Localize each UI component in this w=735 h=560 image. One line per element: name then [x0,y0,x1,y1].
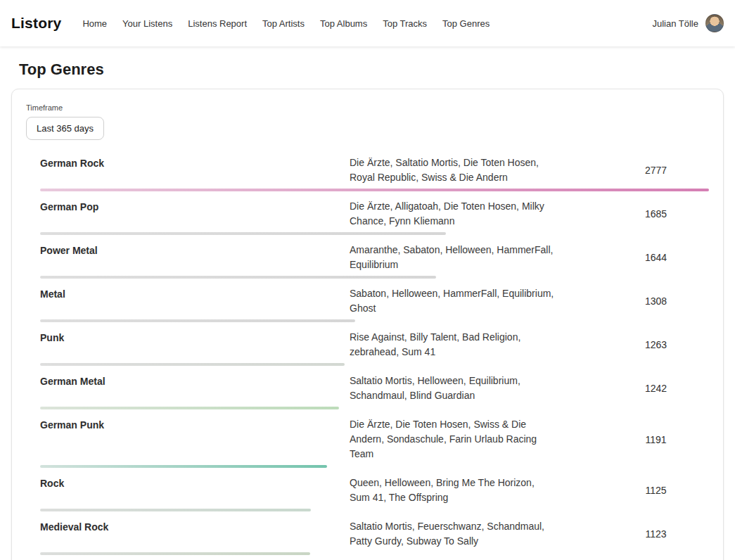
main-nav: Home Your Listens Listens Report Top Art… [82,18,652,29]
genre-count: 1685 [603,208,709,219]
nav-item-top-albums[interactable]: Top Albums [320,18,367,29]
genre-name: Power Metal [40,243,350,257]
genre-artists: Queen, Helloween, Bring Me The Horizon, … [350,476,557,505]
genre-progress-bar [40,232,446,235]
genre-row[interactable]: German Punk Die Ärzte, Die Toten Hosen, … [40,413,709,471]
genre-name: German Pop [40,199,350,214]
genre-progress-bar [40,407,339,409]
genre-progress-bar [40,363,345,366]
nav-item-top-tracks[interactable]: Top Tracks [383,18,427,29]
genre-name: German Rock [40,155,350,170]
genre-row[interactable]: German Rock Die Ärzte, Saltatio Mortis, … [40,151,709,195]
genre-name: German Metal [40,374,350,388]
genre-progress-bar [40,509,311,511]
genre-count: 1125 [603,485,709,496]
genre-row[interactable]: Metal Sabaton, Helloween, HammerFall, Eq… [40,282,709,326]
genre-rows: German Rock Die Ärzte, Saltatio Mortis, … [40,151,709,560]
page-title: Top Genres [19,61,716,79]
top-navigation: Listory Home Your Listens Listens Report… [0,0,735,46]
main-content: Top Genres Timeframe Last 365 days Germa… [0,61,735,560]
nav-item-listens-report[interactable]: Listens Report [188,18,247,29]
genre-row[interactable]: German Metal Saltatio Mortis, Helloween,… [40,369,709,413]
timeframe-label: Timeframe [26,103,709,112]
genre-progress-bar [40,276,436,279]
genre-count: 1242 [603,383,709,394]
genre-progress-bar [40,465,327,468]
genre-name: Rock [40,476,350,490]
genre-artists: Die Ärzte, Alligatoah, Die Toten Hosen, … [350,199,557,229]
nav-item-home[interactable]: Home [82,18,107,29]
genre-progress-bar [40,552,310,555]
genre-progress-bar [40,189,709,191]
genre-count: 1308 [603,295,709,307]
genre-artists: Rise Against, Billy Talent, Bad Religion… [350,330,557,359]
nav-item-top-artists[interactable]: Top Artists [262,18,305,29]
genre-artists: Sabaton, Helloween, HammerFall, Equilibr… [350,286,557,316]
genre-count: 1123 [603,528,709,540]
genre-artists: Saltatio Mortis, Helloween, Equilibrium,… [350,374,557,403]
genre-row[interactable]: Punk Rise Against, Billy Talent, Bad Rel… [40,326,709,369]
timeframe-select[interactable]: Last 365 days [26,117,104,140]
top-genres-card: Timeframe Last 365 days German Rock Die … [11,89,724,560]
user-name[interactable]: Julian Tölle [652,18,698,29]
genre-artists: Die Ärzte, Saltatio Mortis, Die Toten Ho… [350,155,557,185]
genre-count: 2777 [603,165,709,176]
genre-name: Medieval Rock [40,519,350,534]
genre-table: German Rock Die Ärzte, Saltatio Mortis, … [40,151,709,560]
genre-artists: Die Ärzte, Die Toten Hosen, Swiss & Die … [350,417,557,462]
genre-artists: Saltatio Mortis, Feuerschwanz, Schandmau… [350,519,557,549]
genre-name: Metal [40,286,350,301]
genre-count: 1191 [603,434,709,445]
user-menu[interactable]: Julian Tölle [652,14,724,32]
app-logo[interactable]: Listory [11,15,61,32]
genre-count: 1644 [603,252,709,263]
genre-name: Punk [40,330,350,345]
genre-row[interactable]: Medieval Rock Saltatio Mortis, Feuerschw… [40,515,709,559]
genre-row[interactable]: Rock Queen, Helloween, Bring Me The Hori… [40,471,709,515]
nav-item-top-genres[interactable]: Top Genres [442,18,490,29]
genre-row[interactable]: Power Metal Amaranthe, Sabaton, Hellowee… [40,238,709,282]
genre-name: German Punk [40,417,350,432]
genre-artists: Amaranthe, Sabaton, Helloween, HammerFal… [350,243,557,272]
nav-item-your-listens[interactable]: Your Listens [122,18,172,29]
genre-progress-bar [40,319,355,322]
genre-count: 1263 [603,339,709,350]
user-avatar[interactable] [705,14,724,32]
genre-row[interactable]: German Pop Die Ärzte, Alligatoah, Die To… [40,195,709,238]
